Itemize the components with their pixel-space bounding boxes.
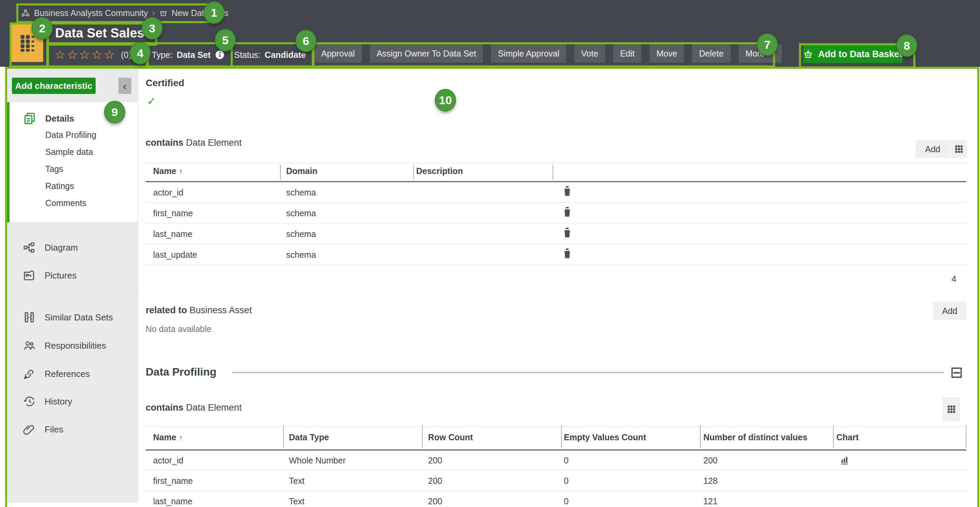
community-icon (21, 8, 30, 18)
table-settings-button[interactable] (943, 397, 960, 421)
table-row-row-count: 200 (428, 496, 442, 506)
sidebar-item-comments[interactable]: Comments (45, 198, 86, 208)
type-value: Data Set (177, 50, 211, 60)
table-row-name[interactable]: actor_id (153, 456, 183, 466)
assign-owner-button[interactable]: Assign Owner To Data Set (370, 44, 483, 63)
sidebar-item-pictures[interactable]: Pictures (23, 269, 76, 282)
star-icon[interactable]: ☆ (79, 49, 92, 61)
sidebar-item-history[interactable]: History (23, 395, 72, 408)
column-divider (833, 426, 834, 448)
sidebar-item-diagram[interactable]: Diagram (23, 241, 78, 254)
paperclip-icon (23, 423, 36, 436)
table-row-name[interactable]: first_name (153, 208, 193, 218)
column-header-data-type[interactable]: Data Type (289, 432, 329, 442)
approval-button[interactable]: Approval (314, 44, 362, 63)
column-divider (966, 426, 966, 448)
column-header-description[interactable]: Description (416, 166, 463, 176)
sidebar-item-label: References (45, 369, 90, 379)
chart-icon[interactable] (840, 454, 850, 465)
table-row-name[interactable]: first_name (153, 476, 193, 486)
row-divider (146, 265, 966, 265)
delete-button[interactable]: Delete (692, 44, 730, 63)
simple-approval-button[interactable]: Simple Approval (491, 44, 566, 63)
rating-widget[interactable]: ☆ ☆ ☆ ☆ ☆ (0) (54, 47, 131, 63)
type-label: Type: (152, 50, 172, 60)
row-divider (146, 202, 966, 203)
table-header-border (146, 181, 966, 182)
sidebar-item-label: History (45, 396, 72, 407)
table-row-name[interactable]: last_name (153, 496, 192, 506)
no-data-text: No data available (146, 324, 211, 334)
add-to-data-basket-button[interactable]: Add to Data Basket (803, 45, 902, 63)
profiling-contains-heading: contains Data Element (146, 402, 242, 413)
table-row-domain: schema (286, 188, 316, 198)
column-header-domain[interactable]: Domain (286, 166, 318, 176)
breadcrumb: Business Analysts Community › New Data S… (21, 8, 228, 18)
sidebar-item-references[interactable]: References (23, 367, 90, 380)
breadcrumb-community[interactable]: Business Analysts Community (34, 8, 148, 18)
column-header-empty-values[interactable]: Empty Values Count (564, 432, 646, 442)
star-icon[interactable]: ☆ (54, 49, 67, 61)
active-indicator (7, 102, 10, 222)
related-to-business-asset-heading: related to Business Asset (146, 305, 252, 316)
edit-button[interactable]: Edit (613, 44, 641, 63)
table-row-distinct: 121 (703, 496, 718, 506)
star-icon[interactable]: ☆ (92, 49, 104, 61)
similar-data-sets-icon (23, 311, 36, 324)
annotation-badge-2: 2 (32, 17, 53, 40)
sidebar-item-similar-data-sets[interactable]: Similar Data Sets (23, 311, 113, 324)
table-row-name[interactable]: actor_id (153, 188, 183, 198)
column-header-row-count[interactable]: Row Count (428, 432, 473, 442)
link-icon (23, 367, 36, 380)
annotation-badge-6: 6 (295, 30, 317, 52)
collapse-section-icon[interactable]: ⊟ (950, 363, 963, 381)
sidebar-item-label: Similar Data Sets (45, 312, 113, 323)
table-row-domain: schema (286, 250, 316, 260)
sidebar-item-data-profiling[interactable]: Data Profiling (45, 130, 96, 140)
column-header-chart[interactable]: Chart (837, 432, 859, 442)
table-row-empty-count: 0 (564, 476, 569, 486)
add-characteristic-button[interactable]: Add characteristic (12, 78, 95, 94)
column-header-name[interactable]: Name↑ (153, 166, 183, 176)
delete-row-button[interactable] (562, 226, 573, 239)
table-settings-button[interactable] (951, 140, 967, 158)
row-count: 4 (951, 274, 956, 284)
row-divider (146, 223, 966, 224)
contains-table: Name↑ Domain Description actor_id schema… (146, 160, 966, 276)
annotation-badge-9: 9 (104, 101, 125, 123)
details-icon (23, 112, 37, 125)
table-border (146, 426, 966, 427)
sidebar-item-tags[interactable]: Tags (45, 164, 63, 174)
add-data-element-button[interactable]: Add (915, 140, 950, 158)
table-row-name[interactable]: last_update (153, 250, 197, 260)
vote-button[interactable]: Vote (574, 44, 605, 63)
star-icon[interactable]: ☆ (104, 49, 116, 61)
delete-row-button[interactable] (562, 185, 573, 198)
sidebar-item-files[interactable]: Files (23, 423, 63, 436)
table-row-empty-count: 0 (564, 496, 569, 506)
sidebar-item-sample-data[interactable]: Sample data (45, 147, 93, 157)
table-row-distinct: 128 (703, 476, 718, 486)
sort-asc-icon: ↑ (179, 434, 183, 442)
column-divider (561, 426, 562, 448)
column-header-name[interactable]: Name↑ (153, 432, 183, 442)
sidebar-item-ratings[interactable]: Ratings (45, 181, 74, 191)
annotation-badge-3: 3 (142, 17, 163, 40)
table-row-data-type: Text (289, 496, 305, 506)
column-header-distinct-values[interactable]: Number of distinct values (703, 432, 808, 442)
add-business-asset-button[interactable]: Add (933, 302, 966, 320)
status-value: Candidate (265, 50, 306, 60)
delete-row-button[interactable] (562, 247, 573, 260)
star-icon[interactable]: ☆ (67, 49, 79, 61)
delete-row-button[interactable] (562, 205, 573, 218)
page-title: Data Set Sales (55, 26, 144, 40)
move-button[interactable]: Move (649, 44, 684, 63)
sidebar-collapse-button[interactable]: ‹ (118, 78, 131, 94)
row-divider (146, 244, 966, 244)
action-toolbar: Approval Assign Owner To Data Set Simple… (314, 44, 782, 63)
profiling-table: Name↑ Data Type Row Count Empty Values C… (146, 424, 966, 507)
check-icon: ✓ (147, 95, 156, 108)
table-row-name[interactable]: last_name (153, 229, 192, 239)
sidebar-item-responsibilities[interactable]: Responsibilities (23, 339, 106, 352)
sidebar-item-details[interactable]: Details (23, 112, 74, 125)
